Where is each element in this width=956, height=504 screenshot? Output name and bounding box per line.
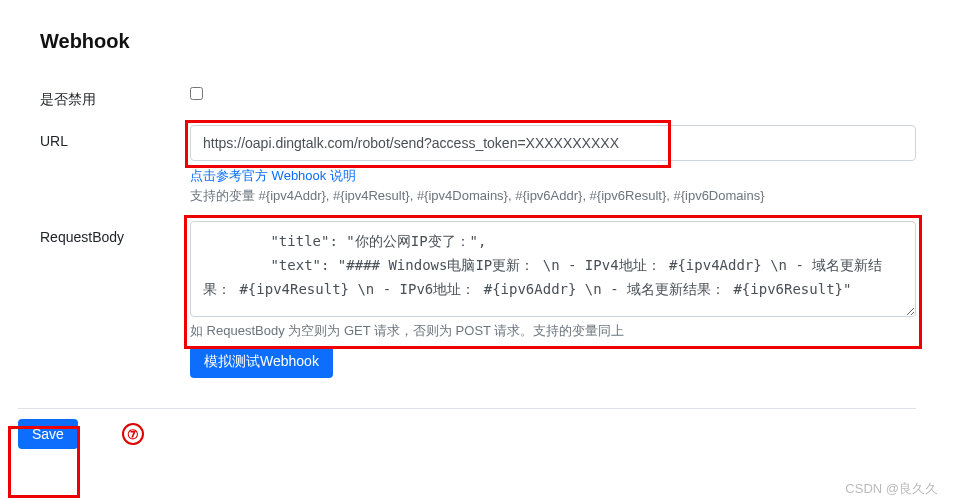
save-button[interactable]: Save bbox=[18, 419, 78, 449]
disable-checkbox[interactable] bbox=[190, 87, 203, 100]
request-body-textarea[interactable] bbox=[190, 221, 916, 317]
body-label: RequestBody bbox=[40, 221, 190, 245]
row-disable: 是否禁用 bbox=[40, 83, 916, 109]
disable-label: 是否禁用 bbox=[40, 83, 190, 109]
url-label: URL bbox=[40, 125, 190, 149]
step-number-badge: ⑦ bbox=[122, 423, 144, 445]
test-webhook-button[interactable]: 模拟测试Webhook bbox=[190, 346, 333, 378]
row-url: URL 点击参考官方 Webhook 说明 支持的变量 #{ipv4Addr},… bbox=[40, 125, 916, 205]
panel-title: Webhook bbox=[40, 30, 916, 53]
row-request-body: RequestBody 如 RequestBody 为空则为 GET 请求，否则… bbox=[40, 221, 916, 378]
webhook-docs-link[interactable]: 点击参考官方 Webhook 说明 bbox=[190, 167, 356, 185]
body-help: 如 RequestBody 为空则为 GET 请求，否则为 POST 请求。支持… bbox=[190, 322, 916, 340]
webhook-panel: Webhook 是否禁用 URL 点击参考官方 Webhook 说明 支持的变量… bbox=[0, 0, 956, 404]
url-input[interactable] bbox=[190, 125, 916, 161]
footer-bar: Save ⑦ bbox=[0, 409, 956, 449]
watermark-text: CSDN @良久久 bbox=[845, 480, 938, 498]
url-vars-help: 支持的变量 #{ipv4Addr}, #{ipv4Result}, #{ipv4… bbox=[190, 187, 916, 205]
